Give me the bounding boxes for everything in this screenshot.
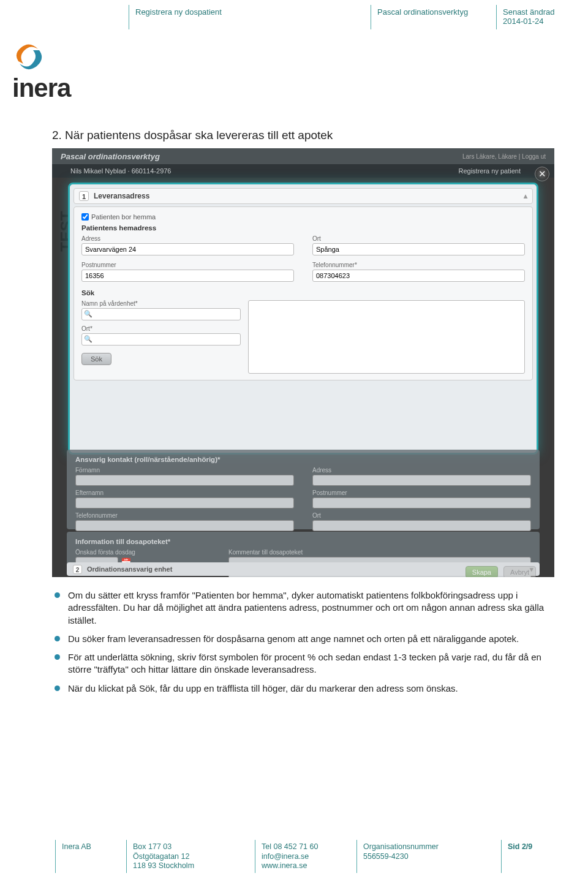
efternamn-label: Efternamn bbox=[75, 489, 294, 496]
logo-text: inera bbox=[12, 74, 70, 103]
search-namn-label: Namn på vårdenhet* bbox=[81, 300, 241, 307]
bullet-item: Du söker fram leveransadressen för dospå… bbox=[52, 633, 551, 645]
step1-number: 1 bbox=[79, 191, 89, 201]
patient-home-label: Patienten bor hemma bbox=[91, 213, 156, 221]
contact-title: Ansvarig kontakt (roll/närstående/anhöri… bbox=[75, 456, 531, 463]
doc-header: Registrera ny dospatient Pascal ordinati… bbox=[0, 0, 588, 29]
contact-ort-label: Ort bbox=[312, 512, 531, 519]
footer-company: Inera AB bbox=[55, 840, 126, 873]
search-results-list[interactable] bbox=[248, 300, 525, 374]
info-title: Information till dosapoteket* bbox=[75, 538, 531, 545]
main-content: 2. När patientens dospåsar ska levereras… bbox=[52, 129, 551, 701]
footer-contact: Tel 08 452 71 60 info@inera.se www.inera… bbox=[255, 840, 356, 873]
fornamn-label: Förnamn bbox=[75, 467, 294, 474]
bullet-item: När du klickat på Sök, får du upp en trä… bbox=[52, 682, 551, 695]
patient-name-pnr: Nils Mikael Nyblad · 660114-2976 bbox=[70, 167, 171, 175]
contact-tel-label: Telefonnummer bbox=[75, 512, 294, 519]
step1-title: Leveransadress bbox=[94, 192, 149, 200]
contact-ort-input bbox=[312, 520, 531, 531]
footer-address: Box 177 03 Östgötagatan 12 118 93 Stockh… bbox=[126, 840, 255, 873]
patient-home-checkbox[interactable] bbox=[81, 213, 89, 221]
fornamn-input bbox=[75, 475, 294, 486]
chevron-up-icon: ▴ bbox=[524, 192, 527, 200]
ort-label: Ort bbox=[312, 235, 525, 242]
step2-number: 2 bbox=[73, 565, 82, 574]
adress-label: Adress bbox=[81, 235, 294, 242]
register-patient-label: Registrera ny patient bbox=[459, 167, 521, 175]
contact-tel-input bbox=[75, 520, 294, 531]
doc-footer: Inera AB Box 177 03 Östgötagatan 12 118 … bbox=[0, 840, 588, 873]
search-ort-label: Ort* bbox=[81, 325, 241, 332]
close-icon[interactable]: ✕ bbox=[535, 167, 549, 181]
bullet-item: För att underlätta sökning, skriv först … bbox=[52, 651, 551, 676]
footer-orgnr: Organisationsnummer 556559-4230 bbox=[356, 840, 501, 873]
ort-input[interactable] bbox=[312, 243, 525, 255]
search-icon: 🔍 bbox=[84, 335, 92, 343]
step1-body: Patienten bor hemma Patientens hemadress… bbox=[74, 206, 533, 380]
app-user-info: Lars Läkare, Läkare | Logga ut bbox=[462, 153, 546, 160]
app-patient-bar: Nils Mikael Nyblad · 660114-2976 Registr… bbox=[52, 164, 554, 178]
contact-adress-input bbox=[312, 475, 531, 486]
tel-label: Telefonnummer* bbox=[312, 262, 525, 268]
adress-input[interactable] bbox=[81, 243, 294, 255]
app-titlebar: Pascal ordinationsverktyg Lars Läkare, L… bbox=[52, 148, 554, 164]
contact-postnr-input bbox=[312, 497, 531, 508]
onskad-label: Önskad första dosdag bbox=[75, 549, 210, 556]
contact-adress-label: Adress bbox=[312, 467, 531, 474]
app-brand: Pascal ordinationsverktyg bbox=[61, 152, 160, 161]
postnr-input[interactable] bbox=[81, 270, 294, 282]
screenshot-pascal: Pascal ordinationsverktyg Lars Läkare, L… bbox=[52, 148, 554, 577]
step1-header[interactable]: 1 Leveransadress ▴ bbox=[74, 188, 533, 204]
footer-page: Sid 2/9 bbox=[501, 840, 581, 873]
section-heading: 2. När patientens dospåsar ska levereras… bbox=[52, 129, 551, 142]
tel-input[interactable] bbox=[312, 270, 525, 282]
avbryt-button[interactable]: Avbryt bbox=[503, 566, 536, 577]
header-changed-label: Senast ändrad bbox=[503, 7, 576, 17]
bullet-item: Om du sätter ett kryss framför "Patiente… bbox=[52, 589, 551, 627]
efternamn-input bbox=[75, 497, 294, 508]
search-button[interactable]: Sök bbox=[81, 353, 111, 365]
home-address-title: Patientens hemadress bbox=[81, 224, 525, 232]
header-col-date: Senast ändrad 2014-01-24 bbox=[496, 5, 582, 29]
step2-title: Ordinationsansvarig enhet bbox=[87, 565, 172, 573]
search-icon: 🔍 bbox=[84, 310, 92, 318]
search-ort-input[interactable] bbox=[81, 333, 241, 346]
logo: inera bbox=[12, 43, 70, 103]
search-namn-input[interactable] bbox=[81, 308, 241, 320]
header-changed-date: 2014-01-24 bbox=[503, 17, 576, 26]
logo-swirl-icon bbox=[12, 43, 45, 71]
register-modal: 1 Leveransadress ▴ Patienten bor hemma P… bbox=[68, 183, 538, 455]
contact-postnr-label: Postnummer bbox=[312, 489, 531, 496]
skapa-button[interactable]: Skapa bbox=[466, 566, 498, 577]
header-col-product: Pascal ordinationsverktyg bbox=[371, 5, 496, 29]
search-title: Sök bbox=[81, 289, 525, 297]
header-col-title: Registrera ny dospatient bbox=[129, 5, 371, 29]
instruction-bullets: Om du sätter ett kryss framför "Patiente… bbox=[52, 589, 551, 695]
contact-section-dimmed: Ansvarig kontakt (roll/närstående/anhöri… bbox=[67, 450, 540, 529]
kommentar-label: Kommentar till dosapoteket bbox=[228, 549, 531, 556]
postnr-label: Postnummer bbox=[81, 262, 294, 268]
